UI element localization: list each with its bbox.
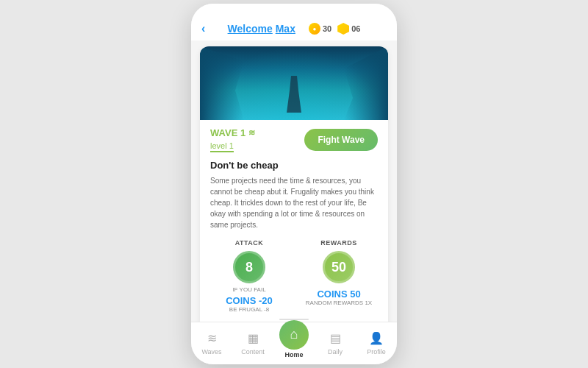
shield-icon xyxy=(337,23,349,35)
wave-info: WAVE 1 ≋ level 1 xyxy=(210,127,255,152)
coin-badge: ● 30 xyxy=(309,23,331,35)
phone-container: ‹ Welcome Max ● 30 06 xyxy=(191,4,397,364)
header-title: Welcome Max xyxy=(228,23,295,35)
wave-icon-small: ≋ xyxy=(248,128,255,138)
attack-label: ATTACK xyxy=(235,239,264,247)
nav-item-daily[interactable]: ▤ Daily xyxy=(315,330,356,355)
section-title: Don't be cheap xyxy=(210,160,378,171)
nav-item-home[interactable]: ⌂ Home xyxy=(273,328,315,358)
nav-item-content[interactable]: ▦ Content xyxy=(232,330,273,355)
reward-coins-sub: RANDOM REWARDS 1X xyxy=(306,300,372,306)
content-icon: ▦ xyxy=(245,330,261,347)
shield-count: 06 xyxy=(351,24,360,33)
wave-level: level 1 xyxy=(210,141,234,152)
daily-label: Daily xyxy=(328,348,343,355)
welcome-text: Welcome xyxy=(228,23,273,35)
reward-coins-label: COINS 50 xyxy=(317,289,360,300)
waves-icon: ≋ xyxy=(204,330,220,347)
header-coins: ● 30 06 xyxy=(309,23,361,35)
waves-label: Waves xyxy=(201,348,221,355)
attack-coins-sub: BE FRUGAL -8 xyxy=(229,306,269,313)
status-bar xyxy=(191,4,397,18)
reward-label: REWARDS xyxy=(320,239,357,247)
attack-value: 8 xyxy=(245,260,253,275)
home-label: Home xyxy=(284,351,303,358)
section-text: Some projects need the time & resources,… xyxy=(210,175,378,230)
profile-label: Profile xyxy=(367,348,386,355)
wave-title: WAVE 1 ≋ xyxy=(210,127,255,138)
nav-item-waves[interactable]: ≋ Waves xyxy=(191,330,232,355)
stats-row: ATTACK 8 IF YOU FAIL COINS -20 BE FRUGAL… xyxy=(210,239,378,313)
content-area: WAVE 1 ≋ level 1 Fight Wave Don't be che… xyxy=(191,40,397,322)
reward-column: REWARDS 50 COINS 50 RANDOM REWARDS 1X xyxy=(300,239,378,313)
attack-circle: 8 xyxy=(233,251,265,283)
wave-image xyxy=(200,46,388,120)
bottom-nav: ≋ Waves ▦ Content ⌂ Home ▤ Daily 👤 Profi… xyxy=(191,322,397,364)
attack-column: ATTACK 8 IF YOU FAIL COINS -20 BE FRUGAL… xyxy=(210,239,288,313)
fight-wave-button[interactable]: Fight Wave xyxy=(304,129,378,151)
coins-count: 30 xyxy=(323,24,331,33)
shield-badge: 06 xyxy=(337,23,360,35)
daily-icon: ▤ xyxy=(327,330,343,347)
card-body: WAVE 1 ≋ level 1 Fight Wave Don't be che… xyxy=(200,120,388,322)
home-icon: ⌂ xyxy=(279,320,309,350)
reward-value: 50 xyxy=(331,260,346,275)
wave-card: WAVE 1 ≋ level 1 Fight Wave Don't be che… xyxy=(200,46,388,322)
reward-circle: 50 xyxy=(323,251,355,283)
profile-icon: 👤 xyxy=(368,330,384,347)
attack-coins-label: COINS -20 xyxy=(226,295,273,306)
nav-item-profile[interactable]: 👤 Profile xyxy=(356,330,397,355)
coin-icon: ● xyxy=(309,23,320,35)
back-button[interactable]: ‹ xyxy=(201,22,205,35)
header: ‹ Welcome Max ● 30 06 xyxy=(191,18,397,40)
attack-sub-label: IF YOU FAIL xyxy=(232,286,265,293)
content-label: Content xyxy=(241,348,265,355)
username: Max xyxy=(276,23,295,35)
wave-header-row: WAVE 1 ≋ level 1 Fight Wave xyxy=(210,127,378,152)
